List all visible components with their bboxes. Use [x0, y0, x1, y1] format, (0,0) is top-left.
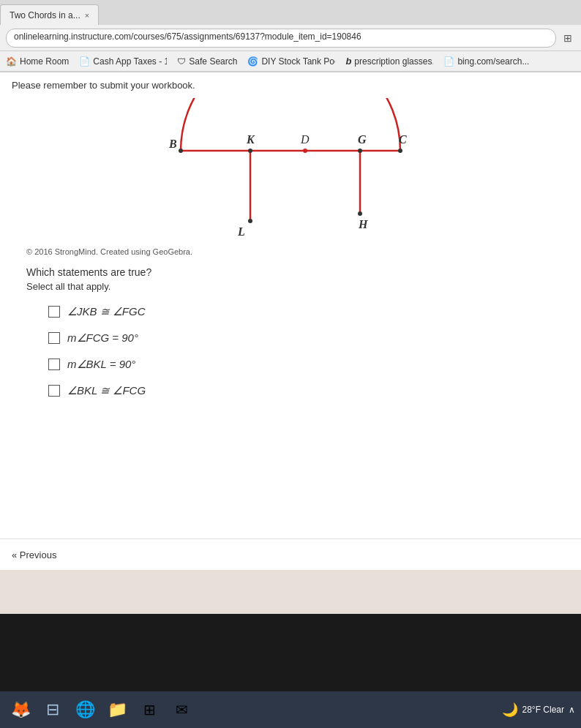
- bookmark-bing-label: bing.com/search...: [457, 56, 529, 67]
- svg-text:H: H: [358, 218, 368, 230]
- geometry-diagram: B K D G C L H: [137, 98, 444, 244]
- mail-icon: ✉: [176, 701, 188, 718]
- apps-icon: ⊞: [143, 701, 156, 718]
- notice-bar: Please remember to submit your workbook.: [12, 80, 569, 91]
- taskbar-folder[interactable]: 📁: [102, 695, 132, 724]
- edge-icon: ⊟: [46, 700, 59, 719]
- active-tab[interactable]: Two Chords in a... ×: [0, 4, 99, 25]
- taskbar-right: 🌙 28°F Clear ∧: [502, 702, 576, 718]
- bookmark-diy-stock[interactable]: 🌀 DIY Stock Tank Pool...: [247, 56, 335, 67]
- weather-icon: 🌙: [502, 702, 518, 718]
- svg-text:K: K: [246, 133, 255, 146]
- tab-bar: Two Chords in a... ×: [0, 0, 581, 25]
- options-container: ∠JKB ≅ ∠FGC m∠FCG = 90° m∠BKL = 90° ∠BKL…: [48, 305, 569, 397]
- chevron-icon: ∧: [569, 705, 575, 715]
- checkbox-4[interactable]: [48, 385, 60, 397]
- bookmark-bing[interactable]: 📄 bing.com/search...: [443, 56, 529, 67]
- svg-point-6: [303, 149, 307, 153]
- page-content: Please remember to submit your workbook.: [0, 72, 581, 570]
- taskbar-browser[interactable]: 🌐: [70, 695, 100, 724]
- question-text: Which statements are true?: [26, 266, 569, 278]
- option-2[interactable]: m∠FCG = 90°: [48, 331, 569, 345]
- svg-point-7: [358, 149, 362, 153]
- checkbox-2[interactable]: [48, 332, 60, 344]
- svg-text:D: D: [300, 133, 310, 146]
- bing-icon: 📄: [443, 56, 454, 67]
- tab-title: Two Chords in a...: [10, 10, 80, 20]
- svg-text:L: L: [237, 225, 245, 238]
- taskbar-apps[interactable]: ⊞: [135, 695, 164, 724]
- weather-text: 28°F Clear: [522, 705, 565, 715]
- bookmark-home-room-label: Home Room: [20, 56, 69, 67]
- page-outer: Please remember to submit your workbook.: [0, 72, 581, 614]
- option-1[interactable]: ∠JKB ≅ ∠FGC: [48, 305, 569, 318]
- bookmark-prescription[interactable]: b prescription glasses...: [345, 56, 433, 67]
- svg-point-8: [248, 219, 252, 223]
- checkbox-1[interactable]: [48, 306, 60, 318]
- option-1-label: ∠JKB ≅ ∠FGC: [67, 305, 146, 318]
- fox-icon: 🦊: [11, 700, 31, 719]
- bookmark-safe-search-label: Safe Search: [189, 56, 237, 67]
- option-3[interactable]: m∠BKL = 90°: [48, 358, 569, 371]
- svg-text:G: G: [358, 133, 367, 146]
- previous-button[interactable]: « Previous: [12, 549, 56, 560]
- svg-point-4: [398, 149, 402, 153]
- taskbar-start[interactable]: 🦊: [6, 695, 35, 724]
- svg-point-3: [179, 149, 183, 153]
- checkbox-3[interactable]: [48, 359, 60, 370]
- tab-close-button[interactable]: ×: [85, 11, 89, 20]
- bookmark-diy-stock-label: DIY Stock Tank Pool...: [261, 56, 335, 67]
- option-4-label: ∠BKL ≅ ∠FCG: [67, 384, 146, 397]
- url-input[interactable]: onlinelearning.instructure.com/courses/6…: [6, 29, 556, 48]
- prescription-icon: b: [345, 56, 351, 67]
- cash-app-icon: 📄: [79, 56, 90, 67]
- option-2-label: m∠FCG = 90°: [67, 331, 138, 345]
- browser-window: Two Chords in a... × onlinelearning.inst…: [0, 0, 581, 72]
- taskbar: 🦊 ⊟ 🌐 📁 ⊞ ✉ 🌙 28°F Clear ∧: [0, 691, 581, 728]
- diagram-container: B K D G C L H: [12, 98, 569, 244]
- svg-point-5: [248, 149, 252, 153]
- bookmark-cash-app[interactable]: 📄 Cash App Taxes - 10...: [79, 56, 167, 67]
- option-3-label: m∠BKL = 90°: [67, 358, 135, 371]
- browser-icon: 🌐: [75, 700, 95, 719]
- safe-search-icon: 🛡: [177, 56, 186, 67]
- svg-text:C: C: [399, 133, 407, 146]
- bookmark-prescription-label: prescription glasses...: [354, 56, 433, 67]
- bookmarks-bar: 🏠 Home Room 📄 Cash App Taxes - 10... 🛡 S…: [0, 51, 581, 72]
- home-icon: 🏠: [6, 56, 17, 67]
- svg-point-9: [358, 211, 362, 216]
- taskbar-edge[interactable]: ⊟: [38, 695, 67, 724]
- folder-icon: 📁: [108, 700, 127, 719]
- address-bar: onlinelearning.instructure.com/courses/6…: [0, 25, 581, 51]
- bookmark-cash-app-label: Cash App Taxes - 10...: [93, 56, 167, 67]
- nav-bar: « Previous: [0, 539, 581, 570]
- option-4[interactable]: ∠BKL ≅ ∠FCG: [48, 384, 569, 397]
- select-all-text: Select all that apply.: [26, 281, 569, 292]
- svg-text:B: B: [168, 138, 177, 150]
- bookmark-safe-search[interactable]: 🛡 Safe Search: [177, 56, 237, 67]
- diy-stock-icon: 🌀: [247, 56, 258, 67]
- bookmark-home-room[interactable]: 🏠 Home Room: [6, 56, 69, 67]
- copyright-text: © 2016 StrongMind. Created using GeoGebr…: [26, 247, 569, 256]
- grid-icon[interactable]: ⊞: [561, 31, 575, 45]
- taskbar-mail[interactable]: ✉: [167, 695, 196, 724]
